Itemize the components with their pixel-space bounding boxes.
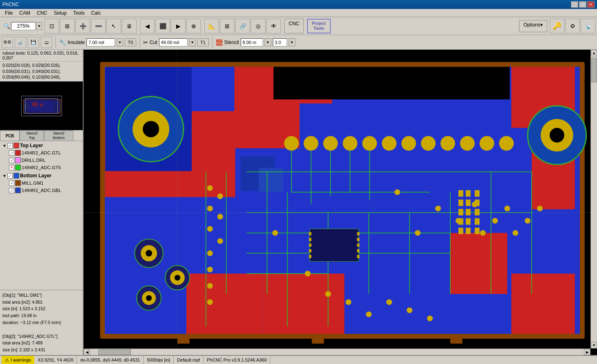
tb-snap[interactable]: 🔗 <box>235 19 250 33</box>
vscroll-down[interactable]: ▼ <box>591 342 597 349</box>
close-button[interactable]: ✕ <box>587 1 595 8</box>
svg-point-30 <box>382 136 396 151</box>
tb-zoom-fit[interactable]: ⊡ <box>44 19 59 33</box>
tool-settings-bar: ⚙⚙ 🔬 💾 🗂 🔧 Insulate 7.00 mil ▼ T0 ✂ Cut … <box>0 35 597 50</box>
zoom-display[interactable]: 275% <box>11 22 35 30</box>
zoom-icon: 🔍 <box>3 23 10 29</box>
zoom-dropdown-arrow[interactable]: ▼ <box>36 22 42 30</box>
vscroll-thumb[interactable] <box>591 58 597 82</box>
layer-item-mill[interactable]: MILL.GM1 <box>1 179 82 187</box>
bottom-layer-color <box>13 173 19 179</box>
tb-right1[interactable]: ⚙ <box>565 19 580 33</box>
tb-zoom-in[interactable]: ➕ <box>75 19 90 33</box>
layer-item-gt5[interactable]: ✕ 1494R2_ADC.GT5 <box>1 164 82 171</box>
stencil-value1[interactable]: 8.00 m <box>241 38 263 46</box>
tb2-icon2[interactable]: 🔬 <box>15 37 26 48</box>
tb-spindle[interactable]: ◎ <box>251 19 265 33</box>
insulate-dropdown[interactable]: ▼ <box>117 38 123 46</box>
tb2-icon3[interactable]: 💾 <box>28 37 39 48</box>
top-layer-label: Top Layer <box>20 143 43 148</box>
svg-rect-126 <box>475 190 480 197</box>
maximize-button[interactable]: □ <box>579 1 586 8</box>
svg-rect-131 <box>177 339 190 344</box>
title-text: PhCNC <box>2 2 19 7</box>
svg-rect-123 <box>466 209 471 215</box>
rubout-info: rubout tools: 0.125, 0.063, 0.031, 0.016… <box>0 50 83 62</box>
stencil-dropdown2[interactable]: ▼ <box>289 38 295 46</box>
warning-section[interactable]: ⚠ I warnings <box>2 356 34 364</box>
tab-stencil-bottom[interactable]: StencilBottom <box>44 130 73 141</box>
layer-item-gtl[interactable]: 1494R2_ADC.GTL <box>1 149 82 157</box>
thumbnail-preview <box>21 96 62 116</box>
svg-point-70 <box>207 226 213 232</box>
minimize-button[interactable]: _ <box>571 1 578 8</box>
tb-grid[interactable]: ⊞ <box>220 19 234 33</box>
menu-calc[interactable]: Calc <box>88 9 104 17</box>
menu-cam[interactable]: CAM <box>16 9 33 17</box>
hscroll-left[interactable]: ◀ <box>84 349 90 355</box>
top-layer-check[interactable] <box>7 143 13 148</box>
options-button[interactable]: Options▾ <box>519 20 547 32</box>
svg-point-28 <box>343 136 357 151</box>
insulate-value[interactable]: 7.00 mil <box>86 38 115 46</box>
svg-point-79 <box>415 230 420 236</box>
cut-tool-num: T1 <box>197 38 209 46</box>
svg-rect-121 <box>466 190 471 197</box>
pcb-view <box>84 50 597 355</box>
tab-stencil-top[interactable]: StencilTop <box>20 130 44 141</box>
tb2-icon1[interactable]: ⚙⚙ <box>2 37 13 48</box>
mill-check[interactable] <box>9 181 14 186</box>
tb-zoom-out[interactable]: ➖ <box>91 19 106 33</box>
tb-forward[interactable]: ▶ <box>171 19 186 33</box>
pcb-canvas-area[interactable]: ▲ ▼ ◀ ▶ <box>84 50 597 355</box>
tb-right2[interactable]: 📡 <box>581 19 595 33</box>
coords-text: X3.9291, Y4.4620 <box>38 357 73 362</box>
top-layer-header[interactable]: ▼ Top Layer <box>1 142 82 149</box>
horizontal-scrollbar[interactable]: ◀ ▶ <box>84 349 590 355</box>
key-icon-btn[interactable]: 🔑 <box>550 19 564 33</box>
hscroll-right[interactable]: ▶ <box>584 349 590 355</box>
vertical-scrollbar[interactable]: ▲ ▼ <box>590 50 597 349</box>
svg-point-98 <box>146 250 152 256</box>
tb-back[interactable]: ◀ <box>140 19 155 33</box>
menu-setup[interactable]: Setup <box>51 9 70 17</box>
svg-rect-114 <box>357 249 359 252</box>
bottom-layer-check[interactable] <box>7 173 13 179</box>
cnc-button[interactable]: CNC <box>284 19 304 33</box>
layer-item-drill[interactable]: DRILL.DRL <box>1 157 82 164</box>
stencil-value2[interactable]: 3.0 <box>273 38 287 46</box>
svg-point-74 <box>207 283 213 289</box>
svg-point-42 <box>550 128 564 143</box>
gt5-check[interactable]: ✕ <box>9 165 14 170</box>
menu-file[interactable]: File <box>2 9 16 17</box>
layer-item-gbl[interactable]: 1494R2_ADC.GBL <box>1 187 82 194</box>
gbl-check[interactable] <box>9 188 14 193</box>
drill-check[interactable] <box>9 158 14 163</box>
tab-pcb[interactable]: PCB <box>0 130 20 141</box>
bottom-layer-header[interactable]: ▼ Bottom Layer <box>1 172 82 179</box>
gtl-check[interactable] <box>9 150 14 156</box>
tb-view[interactable]: 🖥 <box>122 19 137 33</box>
stencil-dropdown1[interactable]: ▼ <box>265 38 271 46</box>
menu-cnc[interactable]: CNC <box>33 9 51 17</box>
cut-value[interactable]: 49.00 mil <box>159 38 188 46</box>
menu-tools[interactable]: Tools <box>70 9 88 17</box>
tb-ref[interactable]: ⊕ <box>186 19 201 33</box>
insulate-tool-row: 🔧 Insulate 7.00 mil ▼ T0 <box>59 38 136 46</box>
tb-measure[interactable]: 📐 <box>204 19 219 33</box>
tb2-icon4[interactable]: 🗂 <box>41 37 52 48</box>
cut-dropdown[interactable]: ▼ <box>189 38 196 46</box>
project-tools-button[interactable]: ProjectTools <box>307 19 331 33</box>
vscroll-up[interactable]: ▲ <box>591 50 597 56</box>
tb-cursor[interactable]: ↖ <box>106 19 121 33</box>
svg-rect-130 <box>475 227 480 234</box>
svg-rect-132 <box>312 339 324 344</box>
tb-zoom-rect[interactable]: ⊞ <box>60 19 75 33</box>
hscroll-thumb[interactable] <box>98 349 131 355</box>
svg-point-104 <box>146 295 152 301</box>
tb-layers[interactable]: ⬛ <box>155 19 170 33</box>
svg-point-76 <box>272 230 278 236</box>
bottom-layer-expand: ▼ <box>2 174 7 178</box>
svg-point-32 <box>421 136 436 151</box>
tb-preview[interactable]: 👁 <box>266 19 281 33</box>
